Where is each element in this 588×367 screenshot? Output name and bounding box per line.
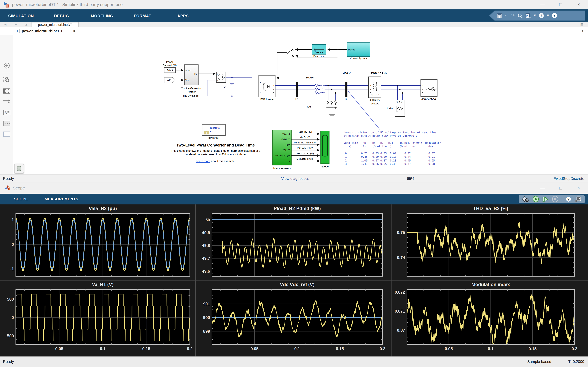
scope-tab-measurements[interactable]: MEASUREMENTS (41, 194, 82, 204)
signal-routing-icon[interactable] (3, 97, 11, 106)
collapse-toolstrip-icon[interactable] (552, 13, 557, 18)
tab-debug[interactable]: DEBUG (41, 9, 82, 22)
scope-plot-vdc: Vdc Vdc_ref (V)9019008990.050.10.150.2 (195, 280, 391, 357)
fit-to-view-icon[interactable] (3, 87, 11, 95)
turbine-rectifier-block[interactable]: Pdmd Vdc Idc (184, 65, 198, 85)
scope-tab-scope[interactable]: SCOPE (1, 194, 41, 204)
cap-plus: + (229, 81, 230, 83)
search-icon[interactable] (518, 13, 523, 18)
simulink-titlebar: power_microturbineDT * - Simulink third … (0, 0, 588, 10)
turbine-label-3: (No Dynamics) (183, 94, 199, 97)
meas-port-0: Vala_B2 (282, 133, 291, 135)
current-source-block[interactable]: s + - (216, 72, 226, 83)
add-block-icon[interactable] (525, 13, 531, 18)
control-system-block[interactable]: Pulses (347, 42, 370, 56)
scope-close-button[interactable]: × (573, 183, 584, 194)
redo-icon[interactable]: ↷ (511, 10, 515, 21)
b2-label: B2 (345, 97, 348, 100)
toolbar-divider (562, 196, 562, 202)
step-forward-icon[interactable] (542, 196, 548, 202)
hide-browser-icon[interactable] (3, 61, 11, 70)
annotation-icon[interactable]: A (3, 108, 11, 117)
xfmr-A: A (370, 84, 371, 87)
breadcrumb-dropdown-icon[interactable]: ▼ (581, 27, 584, 35)
xtick-label: 0.15 (528, 347, 536, 351)
inductance-label: 800uH (306, 76, 314, 79)
status-ready: Ready (3, 176, 14, 180)
tab-modeling[interactable]: MODELING (82, 9, 122, 22)
scope-minimize-button[interactable]: — (537, 183, 548, 194)
src-c: C (422, 92, 424, 94)
measurements-block[interactable]: Vala_B2 Va B1 (V) P (kW) Vdc (V) THD Va_… (273, 130, 291, 165)
ytick-label: 0.75 (397, 230, 405, 235)
manual-switch[interactable] (287, 49, 294, 57)
nav-forward-icon[interactable]: ► (14, 22, 17, 27)
minimize-button[interactable]: — (537, 0, 548, 9)
powergui-block[interactable]: Discrete 5e-07 s. s (202, 124, 225, 135)
scope-sink-block[interactable] (321, 131, 329, 164)
stop-icon[interactable] (552, 196, 558, 202)
svg-text:?: ? (567, 197, 570, 201)
data-browser-button[interactable] (14, 164, 24, 173)
save-icon[interactable] (497, 13, 502, 18)
junction-dot (337, 49, 338, 50)
grid-source-block[interactable]: A B C (421, 79, 437, 97)
simulink-toolstrip: SIMULATION DEBUG MODELING FORMAT APPS ↶ … (0, 9, 588, 22)
b1-measure-block[interactable] (296, 82, 298, 97)
powergui-icon-s: s (206, 132, 207, 134)
simulation-settings-icon[interactable] (522, 196, 529, 202)
simulink-statusbar: Ready View diagnostics 65% FixedStepDisc… (0, 175, 588, 183)
zoom-level: 65% (407, 176, 414, 180)
maximize-button[interactable]: □ (555, 0, 566, 9)
view-diagnostics-link[interactable]: View diagnostics (281, 176, 309, 180)
load-1mw-block[interactable]: A B C (395, 100, 405, 117)
undo-icon[interactable]: ↶ (505, 10, 509, 21)
b1-label: B1 (295, 97, 299, 100)
src-b: B (422, 88, 423, 91)
xtick-label: 0.1 (488, 347, 493, 351)
run-icon[interactable] (533, 196, 539, 202)
nav-up-icon[interactable]: ▲ (25, 22, 28, 27)
b2-measure-block[interactable] (346, 82, 347, 97)
plot-title-mi: Modulation index (471, 282, 510, 287)
vdc-goto-tag[interactable]: Vdc (164, 77, 175, 83)
document-tab[interactable]: power_microturbineDT (32, 22, 79, 27)
scope-sim-time: T=0.2000 (568, 359, 584, 364)
xtick-label: 0.15 (336, 347, 344, 351)
zoom-region-icon[interactable] (3, 76, 11, 84)
xfmr-yg: Yg (371, 93, 373, 96)
window-title: power_microturbineDT * - Simulink third … (12, 0, 123, 9)
igbt-inverter-block[interactable]: g + - A B C (259, 75, 275, 97)
dead-time-block[interactable]: t 1e-06 s (312, 44, 326, 54)
area-box-icon[interactable] (3, 130, 11, 138)
scope-titlebar: Scope — □ × (0, 183, 588, 194)
solver-name[interactable]: FixedStepDiscrete (553, 176, 584, 180)
nav-back-icon[interactable]: ◄ (4, 22, 7, 27)
scope-plot-area: Vala_B2 (pu)10-1Pload_B2 Pdmd (kW)5049.9… (0, 204, 588, 357)
port-idc: Idc (194, 73, 197, 75)
constant-50e3-block[interactable]: 50e3 (164, 67, 175, 73)
load-a: A (396, 101, 398, 103)
svg-text:?: ? (540, 14, 542, 17)
xtick-label: 0.2 (187, 347, 192, 351)
close-button[interactable]: × (573, 0, 584, 9)
learn-more-link[interactable]: Learn more (196, 159, 210, 163)
image-icon[interactable] (3, 119, 11, 127)
xtick-label: 0.1 (294, 347, 300, 351)
transformer-block[interactable]: A B C a b c Yg D1 (369, 77, 381, 98)
scope-restore-button[interactable]: □ (555, 183, 566, 194)
popout-icon[interactable] (575, 196, 581, 202)
tab-apps[interactable]: APPS (163, 9, 203, 22)
help-icon[interactable]: ? (538, 13, 544, 18)
ytick-label: 900 (203, 315, 210, 320)
tab-format[interactable]: FORMAT (122, 9, 163, 22)
model-canvas[interactable]: t 1e-06 s Dead time Pulses Control Syste… (13, 35, 588, 175)
help-caret-icon[interactable]: ▾ (547, 10, 549, 21)
scope-help-icon[interactable]: ? (565, 196, 571, 202)
measurements-label: Measurements (273, 167, 291, 170)
tab-simulation[interactable]: SIMULATION (1, 9, 41, 22)
layout-icon[interactable]: ▤ (580, 22, 584, 27)
breadcrumb-path[interactable]: power_microturbineDT (22, 27, 63, 35)
add-block-caret-icon[interactable]: ▾ (534, 10, 536, 21)
ytick-label: 901 (203, 302, 210, 306)
